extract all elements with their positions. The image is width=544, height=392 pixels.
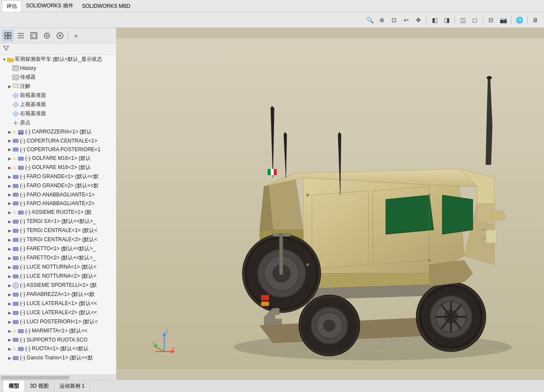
tergi-centrale2-expand[interactable]: ▶ [7,237,12,243]
property-manager-btn[interactable] [15,30,27,42]
golfare2-expand[interactable]: ▶ [7,165,12,170]
tree-item-sensors[interactable]: 传感器 [0,73,116,82]
faro-grande1-expand[interactable]: ▶ [7,174,12,179]
render-mode-icon[interactable]: ◧ [429,15,440,25]
tree-item-luce-nott1[interactable]: ▶ (-) LUCE NOTTURNA<1> (默认< [0,262,116,272]
tab-motion[interactable]: 运动算例 1 [54,381,90,392]
tree-item-assieme-sport[interactable]: ▶ (-) ASSIEME SPORTELLI<1> (默 [0,281,116,290]
top-plane-expand[interactable] [7,102,12,107]
svg-text:Z: Z [165,330,168,334]
tree-item-tergi-centrale1[interactable]: ▶ (-) TERGI CENTRALE<1> (默认< [0,226,116,235]
ruota-expand[interactable]: ▶ [7,346,12,352]
tree-item-tergi-centrale2[interactable]: ▶ (-) TERGI CENTRALE<2> (默认< [0,235,116,244]
tree-item-faretto1[interactable]: ▶ (-) FARETTO<1> (默认<<默认>_ [0,244,116,253]
front-plane-icon [12,92,19,99]
tree-item-top-plane[interactable]: 上视基准面 [0,100,116,109]
tree-item-faro-anabb1[interactable]: ▶ (-) FARO ANABBAGLIANTE<1> [0,190,116,199]
tab-model[interactable]: 模型 [3,381,25,392]
tree-item-faretto2[interactable]: ▶ (-) FARETTO<2> (默认<<默认>_ [0,253,116,262]
menu-sw-plugin[interactable]: SOLIDWORKS 插件 [22,0,78,11]
tree-root[interactable]: ▼ 军用探测装甲车 (默认<默认_显示状态 [0,55,116,64]
carrozzeria-expand[interactable]: ▶ [7,130,12,135]
tree-item-carrozzeria[interactable]: ▶ ⚠ (-) CARROZZERIA<1> (默认 [0,127,116,136]
tergi-centrale1-expand[interactable]: ▶ [7,228,12,233]
tab-3d-view[interactable]: 3D 视图 [25,381,54,392]
assieme-ruote-expand[interactable]: ▶ [7,210,12,215]
tree-container[interactable]: ▼ 军用探测装甲车 (默认<默认_显示状态 History [0,55,116,375]
tree-item-cop-centrale[interactable]: ▶ (-) COPERTURA CENTRALE<1> [0,136,116,145]
root-expand[interactable]: ▼ [2,57,7,62]
pan-icon[interactable]: ✥ [413,15,424,25]
cop-centrale-expand[interactable]: ▶ [7,138,12,143]
tree-item-annotations[interactable]: ▶ 注解 [0,82,116,91]
faretto2-expand[interactable]: ▶ [7,256,12,261]
section-view-icon[interactable]: ⊟ [486,15,496,25]
luce-lat2-expand[interactable]: ▶ [7,310,12,316]
faro-anabb1-expand[interactable]: ▶ [7,192,12,197]
right-plane-expand[interactable] [7,111,12,116]
luci-post-expand[interactable]: ▶ [7,319,12,325]
marmitta-expand[interactable]: ▶ [7,329,12,334]
tree-item-luce-lat2[interactable]: ▶ (-) LUCE LATERALE<2> (默认<< [0,308,116,317]
cop-posteriore-expand[interactable]: ▶ [7,147,12,152]
hide-show-icon[interactable]: ◫ [458,15,468,25]
config-manager-btn[interactable] [28,30,40,42]
vehicle-3d-model [116,28,544,380]
tree-item-right-plane[interactable]: 右视基准面 [0,109,116,118]
origin-expand[interactable] [7,120,12,126]
assieme-sport-expand[interactable]: ▶ [7,283,12,288]
tree-item-front-plane[interactable]: 前视基准面 [0,91,116,100]
tree-item-golfare1[interactable]: ▶ ⚠ (-) GOLFARE M16<1> (默认 [0,154,116,163]
sensors-expand[interactable] [7,75,12,80]
dim-expert-btn[interactable] [41,30,53,42]
menu-sw-mbd[interactable]: SOLIDWORKS MBD [78,1,135,11]
gancio-expand[interactable]: ▶ [7,355,12,361]
tree-item-marmitta[interactable]: ▶ ⚠ (-) MARMITTA<1> (默认<< [0,326,116,336]
tree-item-history[interactable]: History [0,64,116,73]
tree-item-origin[interactable]: 原点 [0,118,116,127]
scene-icon[interactable]: 🌐 [514,15,524,25]
luce-nott1-expand[interactable]: ▶ [7,265,12,270]
search-icon[interactable]: 🔍 [365,15,375,25]
tree-item-faro-grande2[interactable]: ▶ (-) FARO GRANDE<2> (默认<<默 [0,181,116,190]
tree-item-luce-lat1[interactable]: ▶ (-) LUCE LATERALE<1> (默认<< [0,299,116,308]
zoom-previous-icon[interactable]: ↩ [401,15,411,25]
tree-item-cop-posteriore[interactable]: ▶ (-) COPERTURA POSTERIORE<1 [0,145,116,154]
faretto1-expand[interactable]: ▶ [7,246,12,252]
luce-nott2-expand[interactable]: ▶ [7,274,12,279]
parabrezza-expand[interactable]: ▶ [7,292,12,297]
tree-item-assieme-ruote[interactable]: ▶ ⚠ (-) ASSIEME RUOTE<1> (默 [0,208,116,217]
tree-item-gancio[interactable]: ▶ (-) Gancio Traino<1> (默认<<默 [0,353,116,362]
display-style-icon[interactable]: ◨ [441,15,452,25]
tree-item-faro-anabb2[interactable]: ▶ (-) FARO ANABBAGLIANTE<2> [0,199,116,208]
annotations-expand[interactable]: ▶ [7,84,12,89]
tergi-sx-expand[interactable]: ▶ [7,219,12,224]
tree-item-luce-nott2[interactable]: ▶ (-) LUCE NOTTURNA<2> (默认< [0,272,116,281]
viewport[interactable]: Z X Y [116,28,544,380]
marmitta-warn: ⚠ [12,328,17,334]
camera-icon[interactable]: 📷 [498,15,508,25]
transparency-icon[interactable]: ◻ [470,15,480,25]
tree-item-tergi-sx[interactable]: ▶ (-) TERGI SX<1> (默认<<默认>_ [0,217,116,226]
feature-tree-btn[interactable] [2,30,14,42]
tree-item-supporto-ruota[interactable]: ▶ (-) SUPPORTO RUOTA SCO [0,336,116,344]
zoom-extents-icon[interactable]: ⊡ [389,15,399,25]
faro-grande2-expand[interactable]: ▶ [7,183,12,189]
tree-item-parabrezza[interactable]: ▶ (-) PARABREZZA<1> (默认<<默 [0,290,116,299]
svg-point-13 [59,34,61,37]
tree-item-faro-grande1[interactable]: ▶ (-) FARO GRANDE<1> (默认<<默 [0,172,116,181]
faro-anabb2-expand[interactable]: ▶ [7,201,12,206]
tree-item-ruota[interactable]: ▶ ⚠ (-) RUOTA<1> (默认<<默认 [0,344,116,353]
more-btn[interactable]: » [70,30,82,42]
supporto-ruota-expand[interactable]: ▶ [7,337,12,342]
tree-item-luci-post[interactable]: ▶ (-) LUCI POSTERIORI<1> (默认< [0,317,116,326]
front-plane-expand[interactable] [7,93,12,98]
monitor-icon[interactable]: 🖥 [530,15,541,25]
tree-item-golfare2[interactable]: ▶ ⚠ (-) GOLFARE M16<2> (默认 [0,163,116,172]
menu-evaluate[interactable]: 评估 [2,0,22,12]
history-expand[interactable] [7,66,12,71]
display-manager-btn[interactable] [54,30,66,42]
zoom-area-icon[interactable]: ⊕ [377,15,387,25]
luce-lat1-expand[interactable]: ▶ [7,301,12,306]
golfare1-expand[interactable]: ▶ [7,156,12,161]
